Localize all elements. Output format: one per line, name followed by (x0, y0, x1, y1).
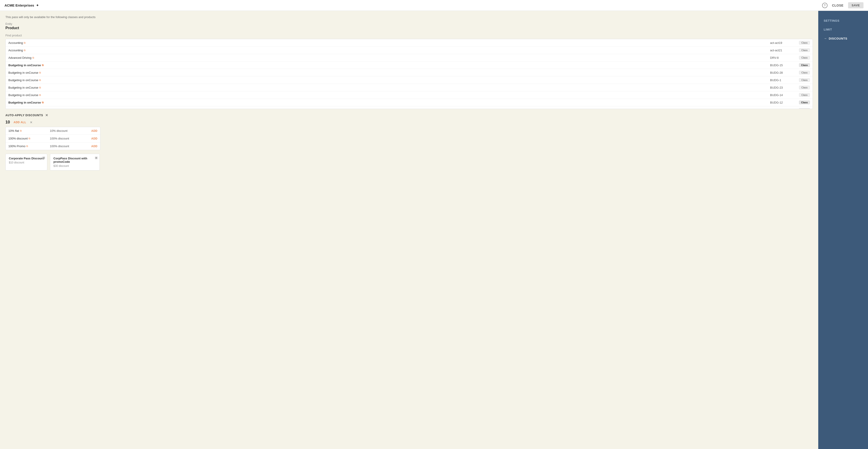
sidebar-item-settings[interactable]: SETTINGS (818, 16, 868, 25)
auto-apply-header: AUTO-APPLY DISCOUNTS ✕ (5, 114, 813, 117)
auto-apply-title: AUTO-APPLY DISCOUNTS (5, 114, 43, 117)
product-code: act-act19 (770, 41, 797, 44)
save-button[interactable]: SAVE (848, 2, 864, 8)
product-name: Budgeting in onCourse ⧉ (8, 71, 768, 74)
table-row[interactable]: Certificate III in Aged Care Work ⧉ PFAE… (6, 106, 813, 109)
card-subtitle: $10 discount (9, 161, 44, 164)
list-item: 100% Promo ⧉ 100% discount ADD (6, 142, 100, 150)
table-row[interactable]: Budgeting in onCourse ⧉ BUDG-14 Class (6, 91, 813, 99)
product-name: Accounting ⧉ (8, 49, 768, 52)
product-name: Budgeting in onCourse ⧉ (8, 78, 768, 82)
external-link-icon[interactable]: ⧉ (24, 41, 26, 44)
discount-description: 10% discount (50, 129, 89, 132)
main-layout: This pass will only be available for the… (0, 11, 868, 449)
table-row[interactable]: Budgeting in onCourse ⧉ BUDG-12 Class (6, 99, 813, 106)
discount-name: 100% discount ⧉ (8, 137, 48, 140)
table-row[interactable]: Budgeting in onCourse ⧉ BUDG-15 Class (6, 62, 813, 69)
product-name: Budgeting in onCourse ⧉ (8, 101, 768, 104)
product-name: Advanced Driving ⧉ (8, 56, 768, 60)
product-name: Certificate III in Aged Care Work ⧉ (8, 108, 768, 109)
product-code: BUDG-28 (770, 71, 797, 74)
discount-description: 100% discount (50, 137, 89, 140)
discount-count-row: 10 ADD ALL ✕ (5, 120, 813, 125)
find-product-label: Find product (5, 34, 813, 37)
external-link-icon[interactable]: ⧉ (26, 145, 28, 148)
product-badge: Class (799, 49, 810, 52)
table-row[interactable]: Advanced Driving ⧉ DRV-8 Class (6, 54, 813, 62)
table-row[interactable]: Budgeting in onCourse ⧉ BUDG-1 Class (6, 76, 813, 84)
discount-description: 100% discount (50, 145, 89, 148)
sidebar-item-label: SETTINGS (824, 19, 839, 22)
product-code: BUDG-1 (770, 78, 797, 82)
discount-popup: 10% flat ⧉ 10% discount ADD 100% discoun… (5, 127, 100, 150)
sidebar-item-label: DISCOUNTS (829, 37, 847, 40)
product-code: BUDG-15 (770, 64, 797, 67)
header-left: ACME Enterprises ✦ (4, 3, 39, 7)
cursor-icon: ✦ (36, 3, 39, 7)
product-badge: Class (799, 86, 810, 89)
sidebar-item-discounts[interactable]: → DISCOUNTS (818, 34, 868, 43)
external-link-icon[interactable]: ⧉ (39, 79, 41, 82)
discount-cards: ▣ Corporate Pass Discount $10 discount ▣… (5, 154, 813, 170)
product-badge: Class (799, 63, 810, 67)
external-link-icon[interactable]: ⧉ (39, 86, 41, 89)
external-link-icon[interactable]: ⧉ (42, 64, 44, 67)
product-list[interactable]: Accounting ⧉ act-act19 Class Accounting … (6, 39, 813, 109)
add-all-button[interactable]: ADD ALL (13, 121, 26, 124)
discount-name: 10% flat ⧉ (8, 129, 48, 132)
sidebar-arrow-icon: → (824, 37, 827, 40)
product-badge: Class (799, 41, 810, 44)
external-link-icon[interactable]: ⧉ (39, 94, 41, 97)
list-item: 10% flat ⧉ 10% discount ADD (6, 127, 100, 135)
product-badge: Class (799, 93, 810, 97)
external-link-icon[interactable]: ⧉ (24, 49, 26, 52)
delete-card-icon[interactable]: ▣ (95, 156, 98, 159)
external-link-icon[interactable]: ⧉ (29, 137, 30, 140)
table-row[interactable]: Accounting ⧉ act-act19 Class (6, 39, 813, 46)
app-title: ACME Enterprises (4, 3, 34, 7)
close-button[interactable]: CLOSE (830, 3, 845, 8)
entity-label: Entity (5, 22, 813, 26)
auto-apply-close-icon[interactable]: ✕ (45, 114, 48, 117)
sidebar-item-label: LIMIT (824, 28, 832, 31)
product-name: Budgeting in onCourse ⧉ (8, 64, 768, 67)
external-link-icon[interactable]: ⧉ (51, 108, 53, 109)
delete-card-icon[interactable]: ▣ (42, 156, 45, 159)
product-code: PFAE-11 (770, 108, 797, 109)
card-subtitle: $30 discount (53, 164, 96, 167)
card-title: CorpPass Discount with promoCode (53, 157, 96, 163)
add-discount-button[interactable]: ADD (91, 129, 98, 132)
entity-value: Product (5, 26, 813, 30)
product-list-container: Accounting ⧉ act-act19 Class Accounting … (5, 39, 813, 109)
list-item: 100% discount ⧉ 100% discount ADD (6, 135, 100, 142)
add-discount-button[interactable]: ADD (91, 145, 98, 148)
product-badge: Class (799, 71, 810, 74)
content-area: This pass will only be available for the… (0, 11, 818, 449)
product-code: act-act21 (770, 49, 797, 52)
card-title: Corporate Pass Discount (9, 157, 44, 160)
product-badge: Class (799, 78, 810, 82)
sidebar-item-limit[interactable]: LIMIT (818, 25, 868, 34)
discount-card: ▣ Corporate Pass Discount $10 discount (5, 154, 47, 170)
info-text: This pass will only be available for the… (5, 15, 813, 19)
product-badge: Class (799, 56, 810, 60)
header-right: ? CLOSE SAVE (822, 2, 864, 8)
add-discount-button[interactable]: ADD (91, 137, 98, 140)
help-icon[interactable]: ? (822, 3, 828, 8)
external-link-icon[interactable]: ⧉ (32, 56, 34, 59)
external-link-icon[interactable]: ⧉ (39, 71, 41, 74)
discount-name: 100% Promo ⧉ (8, 145, 48, 148)
external-link-icon[interactable]: ⧉ (42, 101, 44, 104)
clear-discounts-icon[interactable]: ✕ (30, 121, 33, 124)
external-link-icon[interactable]: ⧉ (20, 129, 22, 132)
table-row[interactable]: Budgeting in onCourse ⧉ BUDG-28 Class (6, 69, 813, 76)
header: ACME Enterprises ✦ ? CLOSE SAVE (0, 0, 868, 11)
discount-card: ▣ CorpPass Discount with promoCode $30 d… (50, 154, 100, 170)
table-row[interactable]: Accounting ⧉ act-act21 Class (6, 46, 813, 54)
table-row[interactable]: Budgeting in onCourse ⧉ BUDG-23 Class (6, 84, 813, 91)
product-badge: Class (799, 108, 810, 109)
sidebar: SETTINGS LIMIT → DISCOUNTS (818, 11, 868, 449)
product-name: Budgeting in onCourse ⧉ (8, 86, 768, 89)
product-name: Accounting ⧉ (8, 41, 768, 44)
product-code: BUDG-12 (770, 101, 797, 104)
